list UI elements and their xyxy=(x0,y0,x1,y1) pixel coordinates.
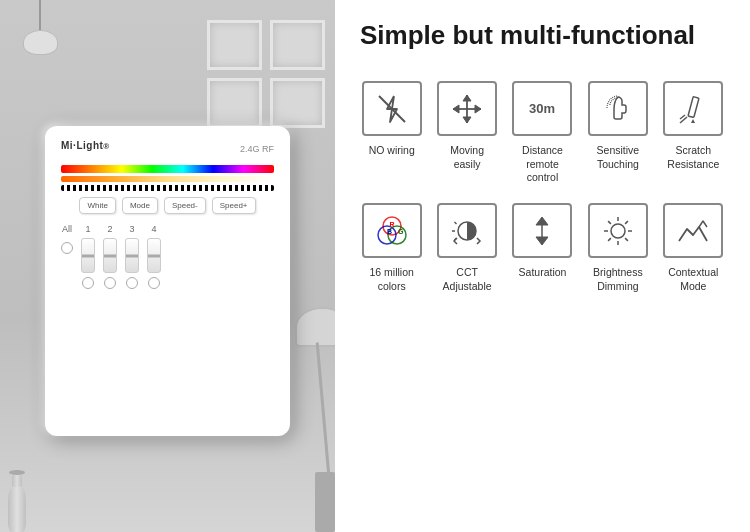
zone-1-circle[interactable] xyxy=(82,277,94,289)
zone-1-label: 1 xyxy=(85,224,90,234)
sensitive-touching-icon-box xyxy=(588,81,648,136)
sensitive-touching-label: Sensitive Touching xyxy=(586,144,649,171)
speed-down-button[interactable]: Speed- xyxy=(164,197,206,214)
zone-3-slider[interactable] xyxy=(125,238,139,273)
main-container: Mi·Light® 2.4G RF White Mode Speed- Spee… xyxy=(0,0,750,532)
contextual-icon xyxy=(675,213,711,249)
feature-scratch-resistance: Scratch Resistance xyxy=(662,81,725,185)
saturation-label: Saturation xyxy=(519,266,567,280)
zone-4: 4 xyxy=(147,224,161,289)
bw-bar xyxy=(61,185,274,191)
move-icon xyxy=(449,91,485,127)
wall-frames xyxy=(207,20,325,128)
cct-adjustable-label: CCT Adjustable xyxy=(435,266,498,293)
zone-1: 1 xyxy=(81,224,95,289)
zone-3-circle[interactable] xyxy=(126,277,138,289)
feature-brightness-dimming: Brightness Dimming xyxy=(586,203,649,293)
scratch-resistance-icon-box xyxy=(663,81,723,136)
color-bars xyxy=(61,165,274,191)
color-icon: B R G xyxy=(374,213,410,249)
vase xyxy=(8,470,26,532)
16m-colors-icon-box: B R G xyxy=(362,203,422,258)
numbered-zones: 1 2 3 xyxy=(81,224,274,289)
zone-1-slider[interactable] xyxy=(81,238,95,273)
no-wiring-icon-box xyxy=(362,81,422,136)
touch-icon xyxy=(600,91,636,127)
zone-2: 2 xyxy=(103,224,117,289)
svg-line-16 xyxy=(455,222,457,224)
device-logo: Mi·Light® xyxy=(61,140,110,157)
controller-device: Mi·Light® 2.4G RF White Mode Speed- Spee… xyxy=(45,126,290,436)
svg-marker-5 xyxy=(691,119,695,123)
feature-cct-adjustable: CCT Adjustable xyxy=(435,203,498,293)
wall-frame-2 xyxy=(270,20,325,70)
zone-2-slider[interactable] xyxy=(103,238,117,273)
distance-remote-label: Distance remote control xyxy=(511,144,574,185)
scratch-resistance-label: Scratch Resistance xyxy=(662,144,725,171)
feature-sensitive-touching: Sensitive Touching xyxy=(586,81,649,185)
all-zone-label: All xyxy=(62,224,72,234)
zone-2-label: 2 xyxy=(107,224,112,234)
brightness-icon xyxy=(600,213,636,249)
right-panel: Simple but multi-functional NO wiring xyxy=(335,0,750,532)
no-wiring-icon xyxy=(374,91,410,127)
zone-3-label: 3 xyxy=(129,224,134,234)
device-freq: 2.4G RF xyxy=(240,144,274,154)
svg-line-26 xyxy=(625,221,628,224)
svg-text:B: B xyxy=(387,228,392,235)
svg-text:30m: 30m xyxy=(529,101,555,116)
distance-icon: 30m xyxy=(524,91,560,127)
zone-controls: All 1 2 xyxy=(61,224,274,289)
svg-rect-4 xyxy=(688,96,699,117)
cct-icon xyxy=(449,213,485,249)
brightness-dimming-label: Brightness Dimming xyxy=(586,266,649,293)
left-panel: Mi·Light® 2.4G RF White Mode Speed- Spee… xyxy=(0,0,335,532)
svg-point-19 xyxy=(611,224,625,238)
rgb-color-bar xyxy=(61,165,274,173)
zone-4-circle[interactable] xyxy=(148,277,160,289)
zone-2-circle[interactable] xyxy=(104,277,116,289)
feature-16m-colors: B R G 16 million colors xyxy=(360,203,423,293)
zone-3: 3 xyxy=(125,224,139,289)
16m-colors-label: 16 million colors xyxy=(360,266,423,293)
all-zone-circle[interactable] xyxy=(61,242,73,254)
scratch-icon xyxy=(675,91,711,127)
zone-4-label: 4 xyxy=(151,224,156,234)
svg-line-24 xyxy=(608,221,611,224)
wall-frame-1 xyxy=(207,20,262,70)
mode-button[interactable]: Mode xyxy=(122,197,158,214)
features-grid: NO wiring Moving easily xyxy=(360,81,725,293)
warm-color-bar xyxy=(61,176,274,182)
svg-text:R: R xyxy=(389,221,394,228)
device-header: Mi·Light® 2.4G RF xyxy=(61,140,274,157)
saturation-icon xyxy=(524,213,560,249)
svg-line-27 xyxy=(608,238,611,241)
feature-contextual-mode: Contextual Mode xyxy=(662,203,725,293)
svg-line-25 xyxy=(625,238,628,241)
distance-remote-icon-box: 30m xyxy=(512,81,572,136)
mode-buttons-row: White Mode Speed- Speed+ xyxy=(61,197,274,214)
contextual-mode-label: Contextual Mode xyxy=(662,266,725,293)
ceiling-light xyxy=(20,0,60,60)
feature-no-wiring: NO wiring xyxy=(360,81,423,185)
speed-up-button[interactable]: Speed+ xyxy=(212,197,256,214)
wall-frame-3 xyxy=(207,78,262,128)
saturation-icon-box xyxy=(512,203,572,258)
all-zone: All xyxy=(61,224,73,254)
svg-text:G: G xyxy=(398,228,404,235)
moving-easily-icon-box xyxy=(437,81,497,136)
wall-frame-4 xyxy=(270,78,325,128)
feature-moving-easily: Moving easily xyxy=(435,81,498,185)
moving-easily-label: Moving easily xyxy=(435,144,498,171)
feature-distance-remote: 30m Distance remote control xyxy=(511,81,574,185)
feature-saturation: Saturation xyxy=(511,203,574,293)
white-button[interactable]: White xyxy=(79,197,115,214)
contextual-mode-icon-box xyxy=(663,203,723,258)
no-wiring-label: NO wiring xyxy=(369,144,415,158)
cct-adjustable-icon-box xyxy=(437,203,497,258)
brightness-dimming-icon-box xyxy=(588,203,648,258)
zone-4-slider[interactable] xyxy=(147,238,161,273)
panel-title: Simple but multi-functional xyxy=(360,20,725,51)
